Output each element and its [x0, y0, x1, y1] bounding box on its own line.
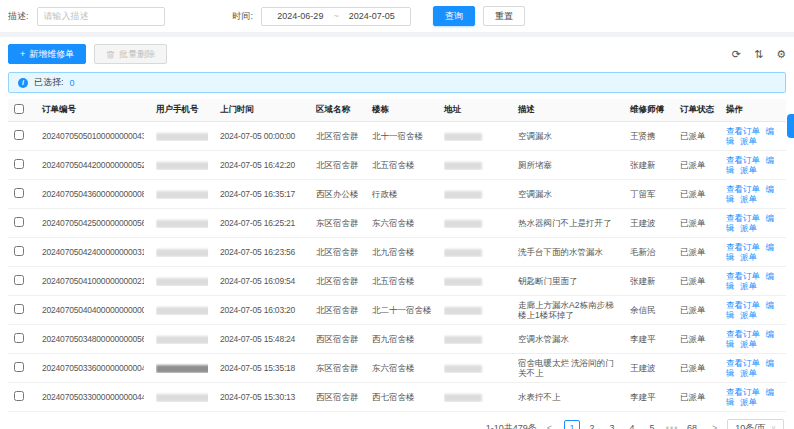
order-status: 已派单 [680, 392, 714, 402]
row-checkbox[interactable] [14, 391, 24, 401]
pager-page-2[interactable]: 2 [584, 420, 600, 429]
order-status: 已派单 [680, 189, 714, 199]
dispatch-order-link[interactable]: 派单 [740, 136, 757, 146]
redacted-phone [156, 133, 208, 141]
orders-table: 订单编号 用户手机号 上门时间 区域名称 楼栋 地址 描述 维修师傅 订单状态 … [8, 99, 786, 412]
date-range-separator: ~ [333, 11, 338, 21]
visit-time: 2024-07-05 00:00:00 [220, 131, 304, 141]
row-checkbox[interactable] [14, 275, 24, 285]
row-checkbox[interactable] [14, 130, 24, 140]
pager-prev[interactable]: < [545, 423, 554, 429]
order-status: 已派单 [680, 218, 714, 228]
dispatch-order-link[interactable]: 派单 [740, 368, 757, 378]
area-name: 西区办公楼 [316, 189, 360, 199]
batch-delete-button[interactable]: 批量删除 [94, 44, 167, 64]
desc-filter-input[interactable] [37, 7, 165, 26]
row-checkbox[interactable] [14, 304, 24, 314]
row-checkbox[interactable] [14, 217, 24, 227]
column-height-icon[interactable]: ⇅ [754, 49, 763, 60]
view-order-link[interactable]: 查看订单 [726, 184, 760, 194]
reset-button[interactable]: 重置 [483, 6, 525, 26]
settings-icon[interactable]: ⚙ [776, 49, 786, 60]
pager-page-1[interactable]: 1 [564, 420, 580, 429]
dispatch-order-link[interactable]: 派单 [740, 165, 757, 175]
dispatch-order-link[interactable]: 派单 [740, 397, 757, 407]
dispatch-order-link[interactable]: 派单 [740, 252, 757, 262]
repair-description: 空调水管漏水 [518, 334, 618, 344]
redacted-phone [156, 365, 208, 373]
view-order-link[interactable]: 查看订单 [726, 300, 760, 310]
view-order-link[interactable]: 查看订单 [726, 387, 760, 397]
pager-page-3[interactable]: 3 [604, 420, 620, 429]
row-checkbox[interactable] [14, 188, 24, 198]
building-name: 北五宿舍楼 [372, 160, 432, 170]
repair-order-admin-page: 描述: 时间: 2024-06-29 ~ 2024-07-05 查询 重置 + … [0, 0, 794, 429]
row-checkbox[interactable] [14, 246, 24, 256]
redacted-address [444, 162, 482, 170]
visit-time: 2024-07-05 15:30:13 [220, 392, 304, 402]
page-size-select[interactable]: 10条/页 ∨ [727, 419, 784, 429]
order-number: 20240705041000000000021 [42, 276, 144, 286]
redacted-phone [156, 191, 208, 199]
table-row: 20240705040400000000000 2024-07-05 16:03… [8, 296, 786, 325]
row-checkbox[interactable] [14, 333, 24, 343]
redacted-phone [156, 278, 208, 286]
pager-page-4[interactable]: 4 [624, 420, 640, 429]
date-range-picker[interactable]: 2024-06-29 ~ 2024-07-05 [261, 7, 411, 26]
order-number: 20240705040400000000000 [42, 305, 144, 315]
order-status: 已派单 [680, 334, 714, 344]
order-status: 已派单 [680, 131, 714, 141]
area-name: 东区宿舍群 [316, 218, 360, 228]
visit-time: 2024-07-05 16:42:20 [220, 160, 304, 170]
row-checkbox[interactable] [14, 362, 24, 372]
side-panel-toggle[interactable] [787, 114, 794, 138]
worker-name: 李建平 [630, 392, 668, 402]
col-actions: 操作 [720, 99, 786, 122]
plus-icon: + [20, 49, 25, 59]
select-all-checkbox[interactable] [14, 104, 24, 114]
visit-time: 2024-07-05 15:48:24 [220, 334, 304, 344]
row-checkbox[interactable] [14, 159, 24, 169]
add-repair-order-button[interactable]: + 新增维修单 [8, 44, 86, 64]
visit-time: 2024-07-05 16:25:21 [220, 218, 304, 228]
selection-bar: i 已选择: 0 [8, 72, 786, 93]
order-number: 20240705033000000000044 [42, 392, 144, 402]
col-worker: 维修师傅 [624, 99, 674, 122]
selection-label: 已选择: [34, 76, 64, 89]
dispatch-order-link[interactable]: 派单 [740, 310, 757, 320]
table-header-row: 订单编号 用户手机号 上门时间 区域名称 楼栋 地址 描述 维修师傅 订单状态 … [8, 99, 786, 122]
selection-count: 0 [70, 78, 75, 88]
repair-description: 洗手台下面的水管漏水 [518, 247, 618, 257]
building-name: 行政楼 [372, 189, 432, 199]
refresh-icon[interactable]: ⟳ [732, 49, 741, 60]
dispatch-order-link[interactable]: 派单 [740, 339, 757, 349]
search-button[interactable]: 查询 [433, 6, 475, 26]
view-order-link[interactable]: 查看订单 [726, 271, 760, 281]
view-order-link[interactable]: 查看订单 [726, 213, 760, 223]
order-number: 20240705042500000000056 [42, 218, 144, 228]
dispatch-order-link[interactable]: 派单 [740, 281, 757, 291]
pager-next[interactable]: > [710, 423, 719, 429]
area-name: 西区宿舍群 [316, 392, 360, 402]
batch-delete-label: 批量删除 [119, 48, 155, 61]
repair-description: 水表拧不上 [518, 392, 618, 402]
pager-page-68[interactable]: 68 [684, 420, 700, 429]
view-order-link[interactable]: 查看订单 [726, 358, 760, 368]
view-order-link[interactable]: 查看订单 [726, 126, 760, 136]
worker-name: 张建新 [630, 160, 668, 170]
pager-page-5[interactable]: 5 [644, 420, 660, 429]
table-row: 20240705043600000000008 2024-07-05 16:35… [8, 180, 786, 209]
table-row: 20240705033600000000004 2024-07-05 15:35… [8, 354, 786, 383]
visit-time: 2024-07-05 16:35:17 [220, 189, 304, 199]
redacted-phone [156, 307, 208, 315]
add-repair-order-label: 新增维修单 [29, 48, 74, 61]
dispatch-order-link[interactable]: 派单 [740, 223, 757, 233]
view-order-link[interactable]: 查看订单 [726, 155, 760, 165]
pager-ellipsis[interactable]: ••• [664, 420, 680, 429]
view-order-link[interactable]: 查看订单 [726, 329, 760, 339]
building-name: 北五宿舍楼 [372, 276, 432, 286]
dispatch-order-link[interactable]: 派单 [740, 194, 757, 204]
view-order-link[interactable]: 查看订单 [726, 242, 760, 252]
redacted-phone [156, 249, 208, 257]
worker-name: 王建波 [630, 363, 668, 373]
